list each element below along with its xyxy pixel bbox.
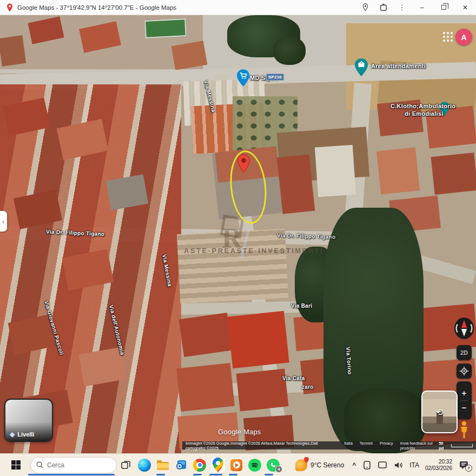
search-icon <box>36 461 43 468</box>
link-privacy[interactable]: Privacy <box>380 441 393 451</box>
target-marker-icon[interactable] <box>237 154 250 176</box>
chrome-icon <box>193 459 206 472</box>
google-maps-icon <box>213 458 223 472</box>
pegman-icon[interactable] <box>458 421 470 441</box>
maps-favicon-icon <box>6 3 13 12</box>
minimize-button[interactable]: – <box>411 0 433 15</box>
satellite-map[interactable]: A Area attendamenti MD S.p.A SP216 C.Klo… <box>0 15 476 453</box>
location-pin-icon[interactable] <box>356 0 374 15</box>
restore-button[interactable] <box>433 0 454 15</box>
weather-widget[interactable]: 9°C Sereno <box>295 459 344 471</box>
link-termini[interactable]: Termini <box>360 441 373 451</box>
whatsapp-icon: 4 <box>267 459 280 472</box>
explorer-indicator <box>156 474 165 475</box>
weather-text: 9°C Sereno <box>310 461 344 469</box>
map-terrain-patch <box>376 147 420 194</box>
zoom-divider <box>460 400 468 401</box>
poi-label-klotho-line1[interactable]: C.Klotho;Ambulatorio <box>391 103 455 109</box>
language-indicator[interactable]: ITA <box>409 461 419 469</box>
map-terrain-patch <box>273 37 306 65</box>
whatsapp-indicator <box>265 474 273 475</box>
map-terrain-patch <box>236 368 289 411</box>
layers-label: Livelli <box>17 431 34 438</box>
map-terrain-patch <box>144 18 187 38</box>
scale-label: 50 pd <box>439 441 448 451</box>
taskbar-search[interactable] <box>30 457 117 473</box>
notification-badge: 7 <box>465 465 472 472</box>
whatsapp-taskbar-icon[interactable]: 4 <box>265 457 281 473</box>
title-bar: Google Maps - 37°19'42.9"N 14°27'00.7"E … <box>0 0 476 15</box>
my-location-icon <box>460 367 468 375</box>
volume-icon[interactable] <box>394 461 403 469</box>
zoom-in-button[interactable]: + <box>462 389 467 397</box>
app-install-icon[interactable] <box>374 0 393 15</box>
poi-label-klotho-line2[interactable]: di Emodialisi <box>405 110 444 117</box>
map-terrain-patch <box>227 311 289 368</box>
google-maps-taskbar-icon[interactable] <box>210 457 226 473</box>
start-button[interactable] <box>8 457 24 473</box>
link-feedback[interactable]: Invia feedback sul prodotto <box>400 441 439 451</box>
maps-indicator <box>209 474 222 475</box>
more-menu-icon[interactable]: ⋮ <box>393 0 411 15</box>
media-player-taskbar-icon[interactable] <box>228 457 244 473</box>
google-apps-grid-icon[interactable] <box>442 31 453 42</box>
windows-taskbar: 4 9°C Sereno ^ ITA <box>0 453 476 476</box>
close-button[interactable]: ✕ <box>454 0 476 15</box>
map-terrain-patch <box>315 145 356 197</box>
md-spa-pin-icon[interactable] <box>236 69 250 89</box>
media-player-icon <box>230 459 242 471</box>
attribution-bar: Immagini ©2026 Google,Immagini ©2026 Air… <box>182 441 476 449</box>
file-explorer-taskbar-icon[interactable] <box>155 457 171 473</box>
edge-icon <box>138 459 151 472</box>
google-maps-logo: Google Maps <box>218 428 261 436</box>
task-view-button[interactable] <box>118 457 134 473</box>
search-indicator <box>28 474 115 475</box>
hidden-icons-chevron[interactable]: ^ <box>352 461 356 469</box>
map-2d-button[interactable]: 2D <box>457 345 472 360</box>
task-view-icon <box>121 460 131 470</box>
display-icon[interactable] <box>378 461 387 468</box>
zoom-out-button[interactable]: − <box>462 404 467 412</box>
map-terrain-patch <box>179 313 233 357</box>
window-title: Google Maps - 37°19'42.9"N 14°27'00.7"E … <box>17 4 176 11</box>
media-indicator <box>229 474 237 475</box>
app-window: Google Maps - 37°19'42.9"N 14°27'00.7"E … <box>0 0 476 476</box>
weather-pin-badge <box>304 457 309 464</box>
chevron-left-icon: ‹ <box>2 217 4 226</box>
streetview-preview[interactable]: ⟲ <box>421 391 458 433</box>
account-avatar[interactable]: A <box>455 29 472 45</box>
file-explorer-icon <box>156 460 169 471</box>
compass-icon <box>454 316 474 340</box>
imagery-credits: Immagini ©2026 Google,Immagini ©2026 Air… <box>186 441 336 451</box>
link-italia[interactable]: Italia <box>344 441 353 451</box>
compass-control[interactable] <box>454 316 474 341</box>
area-attendamenti-pin-icon[interactable] <box>354 58 368 78</box>
outlook-taskbar-icon[interactable] <box>173 457 189 473</box>
spotify-icon <box>248 459 261 472</box>
chrome-indicator <box>193 474 202 475</box>
tray-date: 02/03/2026 <box>425 465 452 472</box>
layers-button[interactable]: ◈ Livelli <box>4 399 53 442</box>
search-input[interactable] <box>47 461 107 469</box>
rotate-view-icon: ⟲ <box>422 407 457 418</box>
whatsapp-badge: 4 <box>275 466 282 473</box>
chrome-taskbar-icon[interactable] <box>191 457 208 473</box>
route-badge-sp216: SP216 <box>266 74 284 81</box>
notification-center-button[interactable]: 7 <box>459 461 468 470</box>
tray-time: 20:32 <box>425 459 452 465</box>
spotify-taskbar-icon[interactable] <box>247 457 263 473</box>
my-location-button[interactable] <box>457 363 472 379</box>
clock[interactable]: 20:32 02/03/2026 <box>425 459 452 472</box>
scale-bar <box>451 444 473 447</box>
zoom-control: + − <box>457 381 472 419</box>
phone-link-icon[interactable] <box>363 461 371 470</box>
poi-label-area-attendamenti[interactable]: Area attendamenti <box>371 63 426 69</box>
map-terrain-patch <box>0 35 26 67</box>
outlook-icon <box>175 459 187 471</box>
layers-icon: ◈ <box>10 431 15 438</box>
side-panel-collapse-tab[interactable]: ‹ <box>0 211 7 232</box>
street-label-via-cata-2: zaro <box>302 384 314 390</box>
edge-taskbar-icon[interactable] <box>136 457 153 473</box>
map-terrain-patch <box>277 154 315 214</box>
street-label-via-bari: Via Bari <box>291 303 312 309</box>
